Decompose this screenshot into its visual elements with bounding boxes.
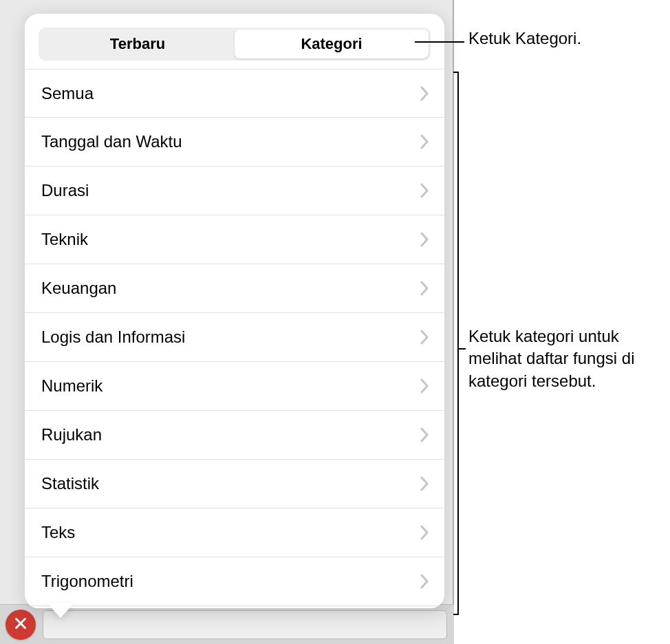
category-label: Numerik [41, 376, 102, 396]
popover-tail [47, 603, 74, 618]
chevron-right-icon [420, 525, 429, 540]
chevron-right-icon [420, 476, 429, 491]
category-item-rujukan[interactable]: Rujukan [25, 411, 444, 460]
category-label: Tanggal dan Waktu [41, 132, 182, 151]
category-label: Trigonometri [41, 572, 133, 591]
chevron-right-icon [420, 574, 429, 589]
chevron-right-icon [420, 378, 429, 394]
category-item-tanggal[interactable]: Tanggal dan Waktu [25, 118, 444, 167]
popover-background: Terbaru Kategori Semua Tanggal dan Waktu [0, 0, 454, 644]
category-label: Teknik [41, 230, 88, 249]
category-label: Logis dan Informasi [41, 328, 185, 347]
callout-tab: Ketuk Kategori. [468, 28, 581, 49]
callout-leader-line [415, 41, 464, 43]
category-item-semua[interactable]: Semua [25, 69, 444, 118]
chevron-right-icon [420, 86, 429, 101]
category-label: Rujukan [41, 425, 102, 444]
segmented-control: Terbaru Kategori [39, 28, 431, 61]
formula-input[interactable] [43, 610, 447, 639]
callout-leader-line [459, 348, 466, 350]
category-item-durasi[interactable]: Durasi [25, 167, 444, 215]
chevron-right-icon [420, 427, 429, 442]
tab-terbaru[interactable]: Terbaru [41, 30, 235, 58]
chevron-right-icon [420, 281, 429, 296]
category-item-teknik[interactable]: Teknik [25, 215, 444, 264]
category-item-logis[interactable]: Logis dan Informasi [25, 313, 444, 362]
category-label: Teks [41, 523, 75, 542]
category-item-trigonometri[interactable]: Trigonometri [25, 557, 444, 606]
category-item-teks[interactable]: Teks [25, 508, 444, 557]
chevron-right-icon [420, 183, 429, 198]
chevron-right-icon [420, 232, 429, 247]
tab-label: Kategori [301, 35, 362, 53]
tab-kategori[interactable]: Kategori [235, 30, 429, 58]
category-item-keuangan[interactable]: Keuangan [25, 264, 444, 313]
chevron-right-icon [420, 134, 429, 149]
category-label: Keuangan [41, 279, 116, 298]
close-button[interactable] [6, 610, 36, 640]
category-list: Semua Tanggal dan Waktu Durasi Teknik Ke… [25, 69, 444, 606]
close-icon [13, 616, 28, 634]
chevron-right-icon [420, 330, 429, 345]
callout-list: Ketuk kategori untuk melihat daftar fung… [468, 325, 668, 392]
category-label: Durasi [41, 181, 89, 200]
segmented-control-container: Terbaru Kategori [25, 14, 444, 69]
function-browser-popover: Terbaru Kategori Semua Tanggal dan Waktu [25, 14, 444, 608]
category-label: Statistik [41, 474, 99, 493]
category-item-statistik[interactable]: Statistik [25, 460, 444, 508]
category-item-numerik[interactable]: Numerik [25, 362, 444, 411]
callout-bracket [453, 72, 459, 615]
category-label: Semua [41, 84, 94, 103]
tab-label: Terbaru [110, 35, 165, 53]
